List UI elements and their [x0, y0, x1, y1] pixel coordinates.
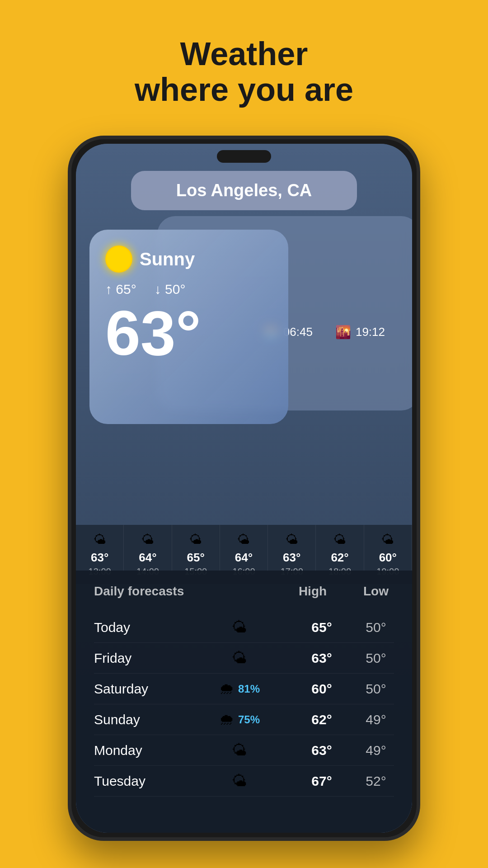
hour-temp: 62° [319, 551, 360, 565]
daily-header-row: Daily forecasts High Low [94, 584, 394, 603]
hour-icon: 🌤 [368, 532, 408, 547]
day-name: Friday [94, 651, 175, 666]
weather-card: Sunny ↑ 65° ↓ 50° 63° [89, 230, 288, 424]
day-icon: 🌤 [232, 741, 247, 759]
day-icon: 🌤 [232, 649, 247, 667]
location-bar[interactable]: Los Angeles, CA [131, 171, 357, 210]
col-high: High [295, 584, 331, 599]
day-high: 62° [304, 712, 340, 727]
sunset: 🌇 19:12 [335, 325, 385, 340]
day-low: 50° [358, 620, 394, 635]
sun-icon [105, 245, 132, 273]
screen-content: Los Angeles, CA Sunny ↑ 65° ↓ 50° 63° [76, 144, 412, 833]
day-low: 50° [358, 651, 394, 666]
hour-icon: 🌤 [319, 532, 360, 547]
hi-lo-row: ↑ 65° ↓ 50° [105, 282, 272, 297]
day-name: Sunday [94, 712, 175, 727]
day-icon-area: 🌧 75% [175, 711, 304, 728]
headline-line2: where you are [0, 72, 488, 108]
condition-label: Sunny [140, 249, 195, 269]
hour-temp: 63° [80, 551, 120, 565]
phone-screen: Los Angeles, CA Sunny ↑ 65° ↓ 50° 63° [76, 144, 412, 833]
hour-icon: 🌤 [127, 532, 168, 547]
day-name: Today [94, 620, 175, 635]
daily-row: Sunday 🌧 75% 62° 49° [94, 704, 394, 735]
day-high: 67° [304, 774, 340, 789]
volume-button-1 [418, 230, 420, 257]
hour-temp: 65° [176, 551, 216, 565]
low-temp: ↓ 50° [155, 282, 186, 297]
day-low: 50° [358, 681, 394, 697]
day-high: 63° [304, 651, 340, 666]
day-low: 49° [358, 712, 394, 727]
condition-row: Sunny [105, 245, 272, 273]
daily-row: Friday 🌤 63° 50° [94, 643, 394, 674]
day-high: 65° [304, 620, 340, 635]
day-temps: 60° 50° [304, 681, 394, 697]
daily-label: Daily forecasts [94, 584, 184, 599]
day-high: 60° [304, 681, 340, 697]
hour-icon: 🌤 [224, 532, 264, 547]
day-icon: 🌧 [219, 711, 235, 728]
daily-row: Monday 🌤 63° 49° [94, 735, 394, 766]
day-icon-area: 🌤 [175, 741, 304, 759]
day-name: Tuesday [94, 774, 175, 789]
day-icon: 🌧 [219, 680, 235, 698]
hour-temp: 63° [272, 551, 312, 565]
day-icon-area: 🌤 [175, 618, 304, 636]
hour-temp: 60° [368, 551, 408, 565]
col-low: Low [358, 584, 394, 599]
day-icon: 🌤 [232, 618, 247, 636]
notch [217, 150, 271, 163]
hour-icon: 🌤 [80, 532, 120, 547]
hour-temp: 64° [224, 551, 264, 565]
day-temps: 67° 52° [304, 774, 394, 789]
daily-row: Today 🌤 65° 50° [94, 612, 394, 643]
sunset-icon: 🌇 [335, 325, 351, 340]
daily-rows: Today 🌤 65° 50° Friday 🌤 63° 50° Saturda… [94, 612, 394, 797]
precip-pct: 75% [238, 713, 260, 726]
day-name: Monday [94, 743, 175, 758]
hour-icon: 🌤 [176, 532, 216, 547]
day-icon: 🌤 [232, 772, 247, 790]
sunset-time: 19:12 [356, 325, 385, 339]
high-temp: ↑ 65° [105, 282, 136, 297]
volume-button-3 [418, 325, 420, 370]
phone-frame: Los Angeles, CA Sunny ↑ 65° ↓ 50° 63° [68, 136, 420, 841]
location-text: Los Angeles, CA [176, 181, 312, 200]
day-high: 63° [304, 743, 340, 758]
day-icon-area: 🌤 [175, 649, 304, 667]
day-icon-area: 🌤 [175, 772, 304, 790]
page-header: Weather where you are [0, 0, 488, 108]
volume-button-2 [418, 270, 420, 316]
precip-pct: 81% [238, 683, 260, 695]
headline-line1: Weather [0, 36, 488, 72]
day-temps: 65° 50° [304, 620, 394, 635]
day-icon-area: 🌧 81% [175, 680, 304, 698]
daily-row: Tuesday 🌤 67° 52° [94, 766, 394, 797]
hour-temp: 64° [127, 551, 168, 565]
hour-icon: 🌤 [272, 532, 312, 547]
daily-col-labels: High Low [295, 584, 394, 599]
current-temp: 63° [105, 302, 272, 365]
day-temps: 63° 49° [304, 743, 394, 758]
daily-panel: Daily forecasts High Low Today 🌤 65° 50°… [76, 571, 412, 833]
day-low: 52° [358, 774, 394, 789]
day-temps: 63° 50° [304, 651, 394, 666]
daily-row: Saturday 🌧 81% 60° 50° [94, 674, 394, 704]
day-low: 49° [358, 743, 394, 758]
day-name: Saturday [94, 681, 175, 697]
day-temps: 62° 49° [304, 712, 394, 727]
